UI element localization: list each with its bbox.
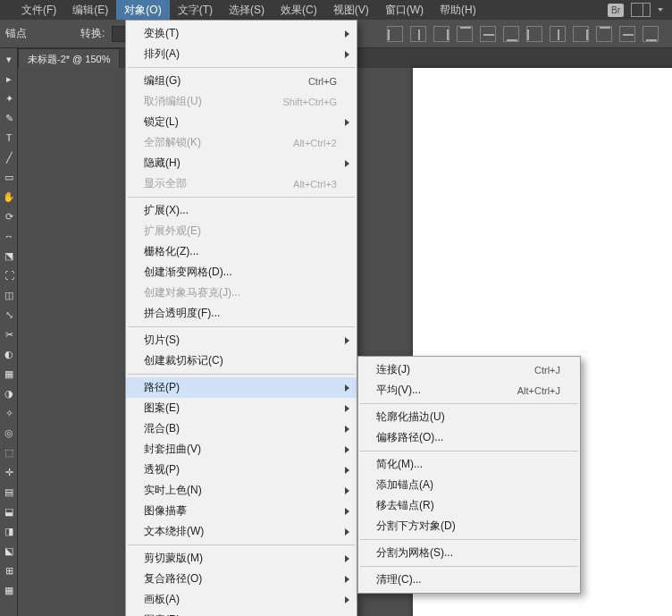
- object-menu-item-1[interactable]: 排列(A): [126, 44, 357, 64]
- object-menu-item-20[interactable]: 路径(P): [126, 377, 357, 398]
- path-submenu-item-11[interactable]: 分割为网格(S)...: [358, 543, 580, 563]
- submenu-arrow-icon: [345, 508, 349, 515]
- distribute-h1-icon[interactable]: [526, 26, 542, 42]
- object-menu-item-30[interactable]: 复合路径(O): [126, 569, 357, 589]
- path-submenu-item-9[interactable]: 分割下方对象(D): [358, 516, 580, 536]
- tool-11[interactable]: ⬔: [1, 247, 17, 265]
- tool-12[interactable]: ⛶: [1, 266, 17, 284]
- tool-17[interactable]: ▦: [1, 365, 17, 383]
- menu-select[interactable]: 选择(S): [221, 0, 273, 20]
- submenu-arrow-icon: [345, 160, 349, 167]
- menu-item-label: 简化(M)...: [376, 457, 560, 472]
- tool-3[interactable]: ✦: [1, 89, 17, 107]
- tool-14[interactable]: ⤡: [1, 306, 17, 324]
- object-menu-item-23[interactable]: 封套扭曲(V): [126, 439, 357, 460]
- object-menu-item-32[interactable]: 图表(R): [126, 610, 357, 616]
- tool-5[interactable]: T: [1, 129, 17, 147]
- menu-edit[interactable]: 编辑(E): [64, 0, 116, 20]
- menu-view[interactable]: 视图(V): [325, 0, 377, 20]
- menu-effect[interactable]: 效果(C): [273, 0, 325, 20]
- path-submenu-item-4[interactable]: 偏移路径(O)...: [358, 427, 580, 448]
- object-menu-item-22[interactable]: 混合(B): [126, 418, 357, 439]
- tool-21[interactable]: ⬚: [1, 443, 17, 461]
- menu-help[interactable]: 帮助(H): [432, 0, 484, 20]
- menu-window[interactable]: 窗口(W): [377, 0, 432, 20]
- tool-28[interactable]: ▦: [1, 581, 17, 599]
- path-submenu-item-7[interactable]: 添加锚点(A): [358, 475, 580, 495]
- submenu-arrow-icon: [345, 384, 349, 392]
- tool-6[interactable]: ╱: [1, 148, 17, 166]
- tool-15[interactable]: ✂: [1, 325, 17, 343]
- menu-item-label: 复合路径(O): [144, 571, 337, 586]
- object-menu-item-15[interactable]: 拼合透明度(F)...: [126, 303, 357, 324]
- tool-23[interactable]: ▤: [1, 483, 17, 501]
- object-menu-item-29[interactable]: 剪切蒙版(M): [126, 548, 357, 569]
- tool-22[interactable]: ✛: [1, 463, 17, 481]
- align-hcenter-icon[interactable]: [410, 26, 426, 42]
- tool-1[interactable]: ▾: [1, 50, 17, 68]
- distribute-v2-icon[interactable]: [619, 26, 635, 42]
- object-menu-separator: [128, 326, 355, 327]
- object-menu-item-26[interactable]: 图像描摹: [126, 501, 357, 521]
- path-submenu-item-0[interactable]: 连接(J)Ctrl+J: [358, 359, 580, 380]
- tool-19[interactable]: ✧: [1, 404, 17, 422]
- document-tab[interactable]: 未标题-2* @ 150%: [18, 48, 120, 68]
- tool-16[interactable]: ◐: [1, 345, 17, 363]
- object-menu-item-13[interactable]: 创建渐变网格(D)...: [126, 262, 357, 283]
- menu-item-label: 图像描摹: [144, 503, 337, 519]
- path-submenu-item-3[interactable]: 轮廓化描边(U): [358, 407, 580, 427]
- object-menu-item-18[interactable]: 创建裁切标记(C): [126, 350, 357, 371]
- distribute-h2-icon[interactable]: [550, 26, 566, 42]
- tool-7[interactable]: ▭: [1, 168, 17, 186]
- workspace-dropdown-icon[interactable]: [658, 8, 663, 12]
- path-submenu-item-13[interactable]: 清理(C)...: [358, 570, 580, 590]
- tool-9[interactable]: ⟳: [1, 207, 17, 225]
- path-submenu-item-6[interactable]: 简化(M)...: [358, 454, 580, 475]
- object-menu-item-21[interactable]: 图案(E): [126, 398, 357, 418]
- object-menu-item-25[interactable]: 实时上色(N): [126, 480, 357, 501]
- align-right-icon[interactable]: [433, 26, 449, 42]
- object-menu-item-12[interactable]: 栅格化(Z)...: [126, 241, 357, 262]
- tool-8[interactable]: ✋: [1, 188, 17, 206]
- tool-27[interactable]: ⊞: [1, 561, 17, 579]
- tool-18[interactable]: ◑: [1, 384, 17, 402]
- menu-object[interactable]: 对象(O): [116, 0, 169, 20]
- menu-item-label: 隐藏(H): [144, 156, 337, 171]
- object-menu-item-5[interactable]: 锁定(L): [126, 112, 357, 132]
- tool-13[interactable]: ◫: [1, 286, 17, 304]
- distribute-v3-icon[interactable]: [643, 26, 659, 42]
- tool-25[interactable]: ◨: [1, 522, 17, 540]
- menu-item-label: 创建对象马赛克(J)...: [144, 285, 337, 300]
- object-menu-item-3[interactable]: 编组(G)Ctrl+G: [126, 71, 357, 91]
- tool-10[interactable]: ↔: [1, 227, 17, 245]
- tool-4[interactable]: ✎: [1, 109, 17, 127]
- align-left-icon[interactable]: [387, 26, 403, 42]
- workspace-layout-icon[interactable]: [631, 3, 651, 17]
- object-menu-item-0[interactable]: 变换(T): [126, 23, 357, 44]
- menu-file[interactable]: 文件(F): [13, 0, 64, 20]
- object-menu-separator: [128, 197, 355, 198]
- align-bottom-icon[interactable]: [503, 26, 519, 42]
- menu-type[interactable]: 文字(T): [170, 0, 221, 20]
- object-menu-item-31[interactable]: 画板(A): [126, 589, 357, 610]
- distribute-v1-icon[interactable]: [596, 26, 612, 42]
- path-submenu-item-1[interactable]: 平均(V)...Alt+Ctrl+J: [358, 380, 580, 401]
- tool-24[interactable]: ⬓: [1, 502, 17, 520]
- tool-26[interactable]: ⬕: [1, 542, 17, 560]
- menu-item-label: 透视(P): [144, 462, 337, 477]
- path-submenu-item-8[interactable]: 移去锚点(R): [358, 495, 580, 516]
- menu-item-shortcut: Alt+Ctrl+3: [293, 179, 337, 190]
- align-vcenter-icon[interactable]: [480, 26, 496, 42]
- object-menu-item-27[interactable]: 文本绕排(W): [126, 521, 357, 542]
- object-menu-item-24[interactable]: 透视(P): [126, 460, 357, 480]
- distribute-h3-icon[interactable]: [573, 26, 589, 42]
- menu-item-label: 显示全部: [144, 176, 266, 191]
- object-menu-item-7[interactable]: 隐藏(H): [126, 153, 357, 173]
- tool-20[interactable]: ◎: [1, 424, 17, 442]
- align-top-icon[interactable]: [457, 26, 473, 42]
- object-menu-item-10[interactable]: 扩展(X)...: [126, 200, 357, 221]
- bridge-button[interactable]: Br: [608, 4, 624, 17]
- object-menu-item-17[interactable]: 切片(S): [126, 330, 357, 350]
- tool-2[interactable]: ▸: [1, 70, 17, 88]
- menu-item-label: 变换(T): [144, 26, 337, 41]
